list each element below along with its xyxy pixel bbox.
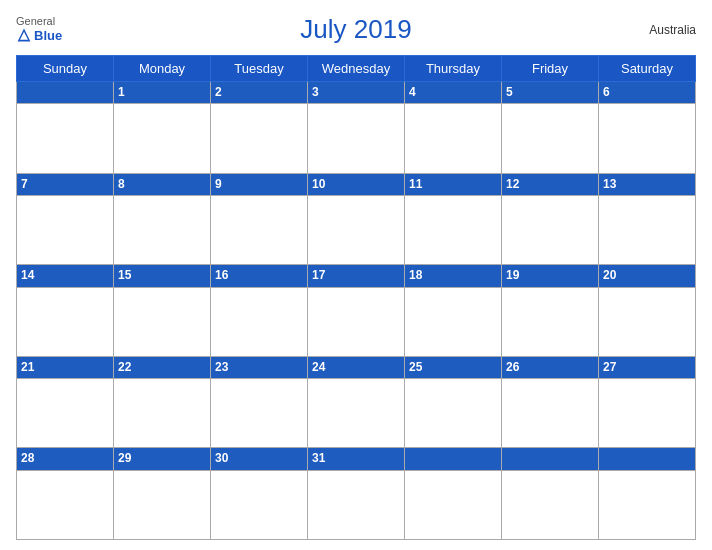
logo: General Blue xyxy=(16,16,62,43)
week-5-day-0-header: 28 xyxy=(17,448,114,470)
week-2-cell-3 xyxy=(308,195,405,264)
week-5-cell-1 xyxy=(114,470,211,539)
calendar-table: Sunday Monday Tuesday Wednesday Thursday… xyxy=(16,55,696,540)
week-2-body xyxy=(17,195,696,264)
week-1-day-5-header: 5 xyxy=(502,82,599,104)
week-1-cell-0 xyxy=(17,104,114,173)
week-3-day-2-header: 16 xyxy=(211,265,308,287)
logo-blue: Blue xyxy=(16,27,62,43)
week-1-cell-4 xyxy=(405,104,502,173)
week-3-cell-2 xyxy=(211,287,308,356)
week-1-body xyxy=(17,104,696,173)
week-3-cell-4 xyxy=(405,287,502,356)
week-5-cell-6 xyxy=(599,470,696,539)
week-2-day-1-header: 8 xyxy=(114,173,211,195)
week-2-day-5-header: 12 xyxy=(502,173,599,195)
week-3-day-6-header: 20 xyxy=(599,265,696,287)
week-1-day-2-header: 2 xyxy=(211,82,308,104)
week-3-day-3-header: 17 xyxy=(308,265,405,287)
week-5-cell-3 xyxy=(308,470,405,539)
week-3-cell-1 xyxy=(114,287,211,356)
week-4-cell-2 xyxy=(211,379,308,448)
week-2-cell-4 xyxy=(405,195,502,264)
week-4-day-3-header: 24 xyxy=(308,356,405,378)
week-1-day-0-header xyxy=(17,82,114,104)
week-4-day-5-header: 26 xyxy=(502,356,599,378)
week-1-day-3-header: 3 xyxy=(308,82,405,104)
week-2-day-3-header: 10 xyxy=(308,173,405,195)
week-4-cell-3 xyxy=(308,379,405,448)
week-3-cell-5 xyxy=(502,287,599,356)
week-5-day-2-header: 30 xyxy=(211,448,308,470)
col-monday: Monday xyxy=(114,56,211,82)
week-2-day-6-header: 13 xyxy=(599,173,696,195)
week-1-cell-3 xyxy=(308,104,405,173)
week-3-day-4-header: 18 xyxy=(405,265,502,287)
week-1-day-6-header: 6 xyxy=(599,82,696,104)
week-3-cell-0 xyxy=(17,287,114,356)
week-5-day-1-header: 29 xyxy=(114,448,211,470)
week-2-cell-6 xyxy=(599,195,696,264)
week-1-day-4-header: 4 xyxy=(405,82,502,104)
week-4-day-2-header: 23 xyxy=(211,356,308,378)
week-1-header: 123456 xyxy=(17,82,696,104)
week-3-cell-3 xyxy=(308,287,405,356)
week-3-day-5-header: 19 xyxy=(502,265,599,287)
week-2-cell-5 xyxy=(502,195,599,264)
week-3-header: 14151617181920 xyxy=(17,265,696,287)
week-4-day-4-header: 25 xyxy=(405,356,502,378)
col-thursday: Thursday xyxy=(405,56,502,82)
col-tuesday: Tuesday xyxy=(211,56,308,82)
calendar-body: 1234567891011121314151617181920212223242… xyxy=(17,82,696,540)
week-3-day-1-header: 15 xyxy=(114,265,211,287)
week-5-cell-4 xyxy=(405,470,502,539)
week-2-cell-2 xyxy=(211,195,308,264)
week-3-day-0-header: 14 xyxy=(17,265,114,287)
week-5-cell-5 xyxy=(502,470,599,539)
page-title: July 2019 xyxy=(300,14,411,45)
week-5-cell-2 xyxy=(211,470,308,539)
week-2-cell-0 xyxy=(17,195,114,264)
week-4-cell-4 xyxy=(405,379,502,448)
weekday-header-row: Sunday Monday Tuesday Wednesday Thursday… xyxy=(17,56,696,82)
week-4-cell-0 xyxy=(17,379,114,448)
col-wednesday: Wednesday xyxy=(308,56,405,82)
week-2-day-2-header: 9 xyxy=(211,173,308,195)
week-4-day-6-header: 27 xyxy=(599,356,696,378)
week-4-header: 21222324252627 xyxy=(17,356,696,378)
week-1-cell-1 xyxy=(114,104,211,173)
week-5-day-5-header xyxy=(502,448,599,470)
week-5-body xyxy=(17,470,696,539)
logo-general: General xyxy=(16,16,55,27)
calendar-page: General Blue July 2019 Australia Sunday … xyxy=(0,0,712,550)
week-3-cell-6 xyxy=(599,287,696,356)
week-1-cell-6 xyxy=(599,104,696,173)
week-4-cell-6 xyxy=(599,379,696,448)
week-4-day-0-header: 21 xyxy=(17,356,114,378)
logo-icon xyxy=(16,27,32,43)
week-1-cell-5 xyxy=(502,104,599,173)
week-5-day-4-header xyxy=(405,448,502,470)
week-1-day-1-header: 1 xyxy=(114,82,211,104)
week-5-day-3-header: 31 xyxy=(308,448,405,470)
week-4-day-1-header: 22 xyxy=(114,356,211,378)
week-5-day-6-header xyxy=(599,448,696,470)
week-1-cell-2 xyxy=(211,104,308,173)
col-friday: Friday xyxy=(502,56,599,82)
calendar-header: General Blue July 2019 Australia xyxy=(16,10,696,49)
week-4-body xyxy=(17,379,696,448)
week-2-day-4-header: 11 xyxy=(405,173,502,195)
week-2-header: 78910111213 xyxy=(17,173,696,195)
week-4-cell-5 xyxy=(502,379,599,448)
col-sunday: Sunday xyxy=(17,56,114,82)
week-2-day-0-header: 7 xyxy=(17,173,114,195)
week-4-cell-1 xyxy=(114,379,211,448)
week-2-cell-1 xyxy=(114,195,211,264)
country-label: Australia xyxy=(649,23,696,37)
week-5-header: 28293031 xyxy=(17,448,696,470)
week-5-cell-0 xyxy=(17,470,114,539)
week-3-body xyxy=(17,287,696,356)
col-saturday: Saturday xyxy=(599,56,696,82)
